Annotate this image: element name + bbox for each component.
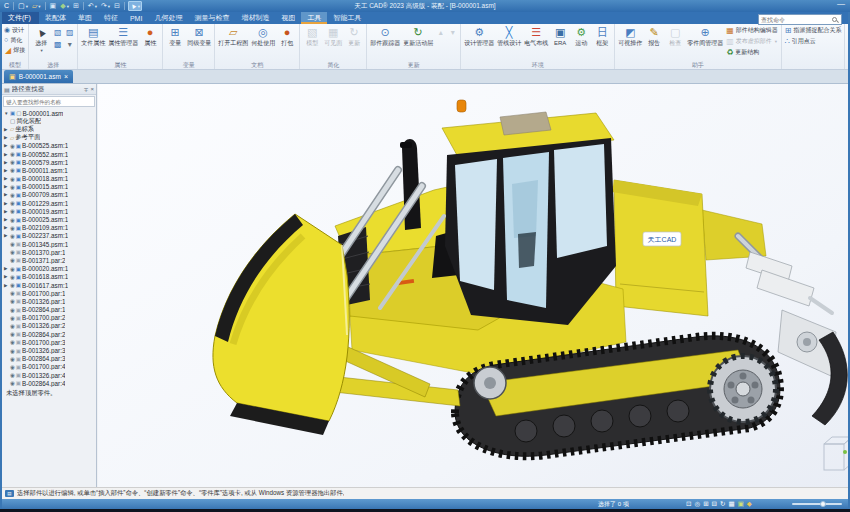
collapse-arrow-icon[interactable]: ▶ [4,233,9,238]
close-panel-icon[interactable]: × [90,86,94,92]
fit-view-button[interactable]: ⊡ [686,500,691,508]
ribbon-button-可视操作[interactable]: ◩可视操作 [617,25,643,47]
display-options-button[interactable]: ▣ [738,500,744,508]
tree-item[interactable]: ◉▣B-002864.par:1 [4,306,96,314]
new-file-button[interactable]: ▢▾ [17,1,29,11]
collapse-arrow-icon[interactable]: ▶ [4,192,9,197]
visibility-eye-icon[interactable]: ◉ [10,176,15,182]
visibility-eye-icon[interactable]: ◉ [10,298,15,304]
ribbon-button-ERA[interactable]: ▣ERA [550,25,570,47]
menu-file-button[interactable]: 文件(F) [0,12,39,24]
visibility-eye-icon[interactable]: ◉ [10,192,15,198]
collapse-arrow-icon[interactable]: ▶ [4,168,9,173]
collapse-arrow-icon[interactable]: ▶ [4,184,9,189]
collapse-arrow-icon[interactable]: ▶ [4,217,9,222]
tree-item[interactable]: ◉▣B-001700.par:3 [4,338,96,346]
rotate-view-button[interactable]: ↻ [720,500,725,508]
zoom-slider[interactable] [792,499,842,509]
tree-item[interactable]: ▶◉▣B-000011.asm:1 [4,166,96,174]
visibility-eye-icon[interactable]: ◉ [10,233,15,239]
collapse-arrow-icon[interactable]: ▶ [4,225,9,230]
zoom-slider-knob[interactable] [820,501,826,507]
tree-item[interactable]: ▶◉▣B-000025.asm:1 [4,215,96,223]
ribbon-button-属性[interactable]: ●属性 [140,25,160,47]
tree-item[interactable]: ◉▣B-001371.par:2 [4,256,96,264]
zoom-area-button[interactable]: ⊞ [703,500,708,508]
open-file-button[interactable]: ▱▾ [31,1,42,11]
pathfinder-search[interactable] [3,96,95,107]
tree-item[interactable]: ▶◉▣B-000579.asm:1 [4,158,96,166]
visibility-eye-icon[interactable]: ◉ [10,200,15,206]
ribbon-tab-工具[interactable]: 工具 [301,12,327,24]
zoom-button[interactable]: ◎ [694,500,700,508]
style-button[interactable]: ◆▾ [59,1,70,11]
select-body-button[interactable]: ▩ [52,39,63,50]
collapse-arrow-icon[interactable]: ▶ [4,283,9,288]
collapse-arrow-icon[interactable]: ▶ [4,201,9,206]
pathfinder-search-input[interactable] [4,99,94,105]
ribbon-button-文件属性[interactable]: ▤文件属性 [80,25,106,47]
select-add-button[interactable]: ▧ [52,27,63,38]
visibility-eye-icon[interactable]: ◉ [10,323,15,329]
tree-item[interactable]: ▶◉▣B-000018.asm:1 [4,175,96,183]
tree-item[interactable]: ◉▣B-001326.par:2 [4,322,96,330]
ribbon-button-何处使用[interactable]: ◎何处使用 [250,25,276,47]
redo-button[interactable]: ↷▾ [100,1,111,11]
visibility-eye-icon[interactable]: ◉ [10,167,15,173]
collapse-arrow-icon[interactable]: ▶ [4,135,9,140]
ribbon-button-电气布线[interactable]: ☰电气布线 [523,25,549,47]
pan-button[interactable]: ⊟ [712,500,717,508]
ribbon-button-焊接[interactable]: ◢焊接 [4,45,26,56]
collapse-arrow-icon[interactable]: ▶ [4,152,9,157]
visibility-eye-icon[interactable]: ◉ [10,208,15,214]
tree-item[interactable]: ◉▣B-001700.par:2 [4,314,96,322]
visibility-eye-icon[interactable]: ◉ [10,274,15,280]
bulldozer-model[interactable]: 天工CAD [98,84,848,487]
tree-item[interactable]: ◉▣B-001370.par:1 [4,248,96,256]
visibility-eye-icon[interactable]: ◉ [10,364,15,370]
ribbon-button-更新活动层[interactable]: ↻更新活动层 [402,25,434,47]
ribbon-button-引用点云[interactable]: ∴引用点云 [784,36,843,47]
ribbon-button-框架[interactable]: 日框架 [592,25,612,47]
ribbon-tab-草图[interactable]: 草图 [72,12,98,24]
ribbon-tab-测量与检查[interactable]: 测量与检查 [188,12,235,24]
visibility-eye-icon[interactable]: ◉ [10,307,15,313]
ribbon-button-选择[interactable]: ▲选择▾ [31,25,51,54]
visibility-eye-icon[interactable]: ◉ [10,348,15,354]
tree-item[interactable]: ◉▣B-001700.par:4 [4,363,96,371]
visibility-eye-icon[interactable]: ◉ [10,159,15,165]
command-search-input[interactable] [759,17,832,23]
tree-item[interactable]: ◉▣B-002864.par:2 [4,330,96,338]
undo-button[interactable]: ↶▾ [87,1,98,11]
ribbon-tab-特征[interactable]: 特征 [98,12,124,24]
visibility-eye-icon[interactable]: ◉ [10,380,15,386]
zoom-slider-track[interactable] [792,503,842,505]
save-button[interactable]: ▣ [49,1,58,11]
tree-item[interactable]: ▶◉▣B-001617.asm:1 [4,281,96,289]
tree-item[interactable]: ▶◉▣B-000709.asm:1 [4,191,96,199]
app-logo-button[interactable]: C [3,1,10,11]
visibility-eye-icon[interactable]: ◉ [10,241,15,247]
tree-item[interactable]: ◉▣B-002864.par:3 [4,355,96,363]
visibility-eye-icon[interactable]: ◉ [10,356,15,362]
ribbon-tab-增材制造[interactable]: 增材制造 [235,12,275,24]
visibility-eye-icon[interactable]: ◉ [10,372,15,378]
tree-item[interactable]: ▶◉▣B-000552.asm:1 [4,150,96,158]
tree-item[interactable]: ▶◉▣B-000019.asm:1 [4,207,96,215]
tree-item[interactable]: ◉▣B-002864.par:4 [4,379,96,387]
tree-item[interactable]: ▶◉▣B-002109.asm:1 [4,224,96,232]
visibility-eye-icon[interactable]: ◉ [10,257,15,263]
ribbon-button-运动[interactable]: ⚙运动 [571,25,591,47]
ribbon-button-变量[interactable]: ⊞变量 [165,25,185,47]
select-options-button[interactable]: ▾ [64,39,75,50]
close-tab-icon[interactable]: × [64,73,68,80]
ribbon-button-打开工程图[interactable]: ▱打开工程图 [217,25,249,47]
ribbon-tab-几何处理[interactable]: 几何处理 [148,12,188,24]
visibility-eye-icon[interactable]: ◉ [10,315,15,321]
tree-item[interactable]: ▶◉▣B-002237.asm:1 [4,232,96,240]
visibility-eye-icon[interactable]: ◉ [10,143,15,149]
select-face-button[interactable]: ▨ [64,27,75,38]
ribbon-button-属性管理器[interactable]: ☰属性管理器 [107,25,139,47]
ribbon-button-管线设计[interactable]: ╳管线设计 [496,25,522,47]
collapse-arrow-icon[interactable]: ▶ [4,160,9,165]
